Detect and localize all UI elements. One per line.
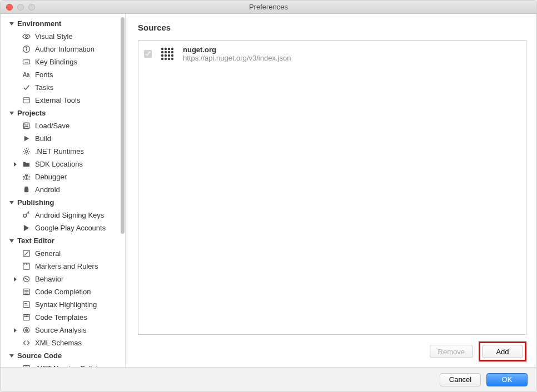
source-row[interactable]: nuget.org https://api.nuget.org/v3/index… [138,41,526,67]
dialog-footer: Cancel OK [1,367,536,391]
behavior-icon [22,275,31,284]
sidebar-item-label: Markers and Rulers [35,262,98,271]
font-icon: Aa [22,71,31,79]
svg-point-66 [171,54,173,57]
disk-icon [22,122,31,130]
svg-marker-16 [24,136,28,141]
svg-line-28 [28,213,29,214]
sidebar-group-header[interactable]: Text Editor [1,234,125,247]
xml-icon [22,339,31,348]
svg-point-60 [165,51,167,53]
sidebar-item[interactable]: Google Play Accounts [1,222,125,234]
svg-point-26 [23,214,26,218]
template-icon [22,313,31,322]
remove-button[interactable]: Remove [430,345,473,358]
gear-icon [22,147,31,156]
sidebar-item[interactable]: Markers and Rulers [1,260,125,273]
svg-line-31 [24,252,28,256]
chevron-down-icon [9,354,14,358]
ok-button[interactable]: OK [486,373,528,386]
svg-line-25 [28,179,29,179]
pencil-icon [22,249,31,258]
sidebar-item[interactable]: External Tools [1,94,125,107]
source-text: nuget.org https://api.nuget.org/v3/index… [183,46,291,62]
sidebar-item-label: Source Analysis [35,325,87,335]
sidebar-group-header[interactable]: Publishing [1,196,125,209]
info-icon [22,45,31,54]
sidebar-item[interactable]: XML Schemas [1,336,125,349]
svg-rect-4 [23,60,29,64]
sidebar-item-label: Android [35,185,60,194]
sidebar-item[interactable]: SDK Locations [1,158,125,170]
chevron-right-icon [14,277,17,282]
sidebar-group-label: Environment [17,19,61,28]
svg-point-45 [24,316,25,317]
source-enabled-checkbox[interactable] [144,50,152,58]
preferences-sidebar[interactable]: EnvironmentVisual StyleAuthor Informatio… [1,14,126,367]
sidebar-item[interactable]: AaFonts [1,68,125,81]
sidebar-item-label: SDK Locations [35,159,83,169]
sidebar-item-label: XML Schemas [35,338,82,348]
sidebar-item[interactable]: .NET Naming Policies [1,362,125,367]
window-title: Preferences [1,3,536,11]
keyboard-icon [22,58,31,67]
sidebar-group-label: Publishing [17,198,54,207]
bug-icon [22,173,31,182]
svg-marker-29 [23,225,28,231]
android-icon [22,185,31,194]
rulers-icon [22,262,31,271]
sidebar-item[interactable]: Source Analysis [1,324,125,336]
target-icon [22,326,31,335]
sidebar-item-label: Author Information [35,44,95,54]
sidebar-scrollbar-thumb[interactable] [121,17,125,234]
sidebar-item[interactable]: Visual Style [1,30,125,43]
titlebar: Preferences [1,1,536,14]
sidebar-item[interactable]: Author Information [1,43,125,56]
svg-line-24 [23,179,23,179]
sidebar-item[interactable]: Code Templates [1,311,125,324]
sidebar-item[interactable]: .NET Runtimes [1,145,125,158]
chevron-down-icon [9,22,14,26]
sidebar-item[interactable]: Key Bindings [1,56,125,68]
sidebar-item-label: Visual Style [35,32,73,41]
sidebar-item[interactable]: Load/Save [1,119,125,132]
svg-point-47 [27,316,28,317]
sidebar-item-label: Behavior [35,274,63,284]
svg-point-59 [161,51,163,53]
cancel-button[interactable]: Cancel [440,373,481,386]
sidebar-item[interactable]: Debugger [1,170,125,183]
window-icon [22,96,31,105]
sidebar-item-label: .NET Runtimes [35,147,84,156]
sources-list[interactable]: nuget.org https://api.nuget.org/v3/index… [138,40,526,335]
add-button[interactable]: Add [482,345,523,358]
svg-point-69 [168,58,170,60]
folder-icon [22,160,31,169]
svg-point-63 [161,54,163,57]
svg-rect-41 [23,301,29,307]
sidebar-item[interactable]: Android [1,183,125,196]
svg-point-68 [165,58,167,60]
key-icon [22,211,31,220]
nuget-icon [158,45,176,63]
sidebar-item-label: Google Play Accounts [35,223,106,233]
sidebar-item[interactable]: Build [1,132,125,145]
sidebar-item-label: Code Completion [35,287,91,296]
sidebar-group-header[interactable]: Projects [1,107,125,119]
svg-point-50 [26,330,26,330]
sidebar-item[interactable]: Code Completion [1,285,125,298]
sidebar-item[interactable]: Behavior [1,273,125,285]
sidebar-group-label: Text Editor [17,237,54,245]
sidebar-item-label: Build [35,134,51,143]
sidebar-item[interactable]: General [1,247,125,260]
sidebar-item[interactable]: Syntax Highlighting [1,298,125,311]
panel-heading: Sources [138,23,526,32]
svg-rect-14 [24,123,28,125]
chevron-right-icon [14,162,17,167]
sidebar-group-header[interactable]: Source Code [1,349,125,362]
main-panel: Sources nuget.org https://api.nuget.org/… [126,14,536,367]
sidebar-item[interactable]: Tasks [1,81,125,94]
sidebar-group-header[interactable]: Environment [1,17,125,30]
svg-point-56 [165,48,167,50]
sidebar-item[interactable]: Android Signing Keys [1,209,125,222]
svg-rect-44 [23,314,29,320]
